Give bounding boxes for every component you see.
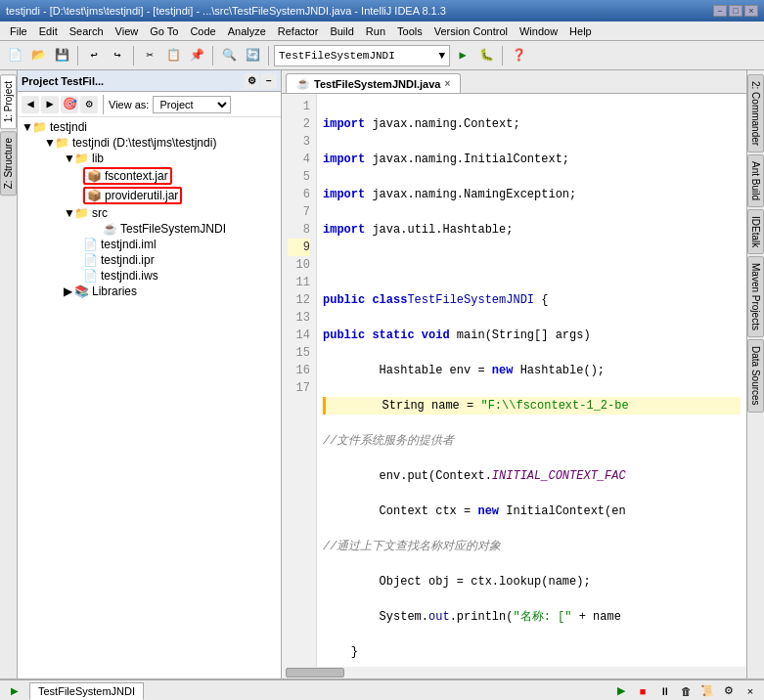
list-item[interactable]: 📄 testjndi.iml bbox=[18, 237, 281, 252]
list-item[interactable]: 📦 providerutil.jar bbox=[18, 186, 281, 205]
open-button[interactable]: 📂 bbox=[27, 45, 49, 66]
editor-tab-active[interactable]: ☕ TestFileSystemJNDI.java × bbox=[286, 73, 461, 93]
view-selector: View as: Project bbox=[109, 96, 231, 113]
menu-item-tools[interactable]: Tools bbox=[391, 24, 428, 38]
list-item[interactable]: ☕ TestFileSystemJNDI bbox=[18, 221, 281, 237]
list-item[interactable]: ▼ 📁 lib bbox=[18, 151, 281, 166]
menu-item-code[interactable]: Code bbox=[184, 24, 221, 38]
code-line: } bbox=[323, 643, 741, 661]
list-item[interactable]: ▼ 📁 testjndi bbox=[18, 119, 281, 135]
window-controls: − □ × bbox=[713, 5, 758, 17]
run-tab-active[interactable]: TestFileSystemJNDI bbox=[29, 682, 144, 700]
help-button[interactable]: ❓ bbox=[508, 45, 529, 66]
run-clear-button[interactable]: 🗑 bbox=[676, 682, 696, 700]
close-button[interactable]: × bbox=[744, 5, 758, 17]
code-line: public static void main(String[] args) bbox=[323, 327, 741, 344]
run-pause-button[interactable]: ⏸ bbox=[654, 682, 674, 700]
data-sources-tab[interactable]: Data Sources bbox=[747, 339, 764, 413]
tree-node-label: Libraries bbox=[92, 284, 137, 298]
commander-tab[interactable]: 2: Commander bbox=[747, 74, 764, 153]
run-close-button[interactable]: × bbox=[741, 682, 760, 700]
maximize-button[interactable]: □ bbox=[729, 5, 742, 17]
jar-highlight-box: 📦 fscontext.jar bbox=[83, 167, 172, 185]
new-button[interactable]: 📄 bbox=[4, 45, 25, 66]
maven-projects-tab[interactable]: Maven Projects bbox=[747, 256, 764, 337]
list-item[interactable]: ▼ 📁 src bbox=[18, 205, 281, 221]
view-combo[interactable]: Project bbox=[153, 96, 231, 113]
run-controls: ▶ ■ ⏸ 🗑 📜 ⚙ × bbox=[611, 682, 760, 700]
autoscroll-button[interactable]: 🎯 bbox=[61, 96, 78, 113]
menu-item-analyze[interactable]: Analyze bbox=[222, 24, 272, 38]
code-editor[interactable]: 1 2 3 4 5 6 7 8 9 10 11 12 13 14 15 16 1… bbox=[282, 94, 746, 667]
run-rerun-button[interactable]: ▶ bbox=[611, 682, 631, 700]
cut-button[interactable]: ✂ bbox=[139, 45, 160, 66]
code-line: import javax.naming.NamingException; bbox=[323, 186, 741, 203]
panel-minimize-button[interactable]: − bbox=[261, 73, 277, 89]
line-number: 3 bbox=[288, 133, 310, 151]
ant-build-tab[interactable]: Ant Build bbox=[747, 154, 764, 207]
list-item[interactable]: 📄 testjndi.iws bbox=[18, 268, 281, 284]
line-number: 7 bbox=[288, 203, 310, 221]
line-number-current: 9 bbox=[288, 239, 310, 256]
tree-expand-icon: ▼ bbox=[64, 152, 71, 165]
code-line: public class TestFileSystemJNDI { bbox=[323, 291, 741, 309]
bottom-area: ▶ TestFileSystemJNDI ▶ ■ ⏸ 🗑 📜 ⚙ × D:\jd… bbox=[0, 678, 764, 700]
jar-highlight-box-2: 📦 providerutil.jar bbox=[83, 187, 182, 204]
list-item[interactable]: 📄 testjndi.ipr bbox=[18, 252, 281, 268]
menu-item-help[interactable]: Help bbox=[563, 24, 598, 38]
menu-item-version-control[interactable]: Version Control bbox=[428, 24, 514, 38]
menu-item-edit[interactable]: Edit bbox=[33, 24, 64, 38]
run-settings-button[interactable]: ⚙ bbox=[719, 682, 739, 700]
menu-item-refactor[interactable]: Refactor bbox=[272, 24, 325, 38]
undo-button[interactable]: ↩ bbox=[83, 45, 105, 66]
line-number: 15 bbox=[288, 344, 310, 362]
menu-item-run[interactable]: Run bbox=[360, 24, 391, 38]
project-tab[interactable]: 1: Project bbox=[0, 74, 17, 129]
scrollbar-thumb[interactable] bbox=[286, 668, 344, 678]
menu-item-go-to[interactable]: Go To bbox=[144, 24, 184, 38]
collapse-all-button[interactable]: ◀ bbox=[22, 96, 39, 113]
view-as-label: View as: bbox=[109, 99, 149, 110]
run-scroll-button[interactable]: 📜 bbox=[697, 682, 717, 700]
line-number: 12 bbox=[288, 291, 310, 309]
tab-close-button[interactable]: × bbox=[444, 78, 450, 89]
run-config-combo[interactable]: TestFileSystemJNDI ▼ bbox=[274, 45, 450, 66]
menu-item-file[interactable]: File bbox=[4, 24, 33, 38]
code-line: Hashtable env = new Hashtable(); bbox=[323, 362, 741, 379]
project-tree: ▼ 📁 testjndi ▼ 📁 testjndi (D:\test\jms\t… bbox=[18, 117, 281, 678]
search-button[interactable]: 🔍 bbox=[218, 45, 240, 66]
main-toolbar: 📄 📂 💾 ↩ ↪ ✂ 📋 📌 🔍 🔄 TestFileSystemJNDI ▼… bbox=[0, 41, 764, 70]
idetalk-tab[interactable]: IDEtalk bbox=[747, 209, 764, 254]
file-icon: 📄 bbox=[83, 238, 98, 251]
run-button[interactable]: ▶ bbox=[452, 45, 473, 66]
run-stop-button[interactable]: ■ bbox=[633, 682, 652, 700]
structure-tab[interactable]: Z: Structure bbox=[0, 131, 17, 196]
code-text[interactable]: import javax.naming.Context; import java… bbox=[317, 94, 746, 667]
panel-settings-button[interactable]: ⚙ bbox=[244, 73, 259, 89]
menu-item-view[interactable]: View bbox=[110, 24, 145, 38]
java-file-icon: ☕ bbox=[296, 77, 310, 90]
save-button[interactable]: 💾 bbox=[51, 45, 72, 66]
debug-button[interactable]: 🐛 bbox=[475, 45, 497, 66]
minimize-button[interactable]: − bbox=[713, 5, 727, 17]
list-item[interactable]: 📦 fscontext.jar bbox=[18, 166, 281, 186]
list-item[interactable]: ▶ 📚 Libraries bbox=[18, 284, 281, 299]
menu-item-search[interactable]: Search bbox=[64, 24, 110, 38]
panel-toolbar-sep bbox=[103, 95, 104, 114]
menu-item-build[interactable]: Build bbox=[324, 24, 359, 38]
run-config-label: TestFileSystemJNDI bbox=[279, 50, 395, 62]
folder-icon: 📁 bbox=[74, 206, 89, 220]
editor-scrollbar-horizontal[interactable] bbox=[282, 667, 746, 678]
copy-button[interactable]: 📋 bbox=[162, 45, 184, 66]
menu-item-window[interactable]: Window bbox=[514, 24, 563, 38]
tree-expand-icon: ▼ bbox=[64, 206, 71, 220]
paste-button[interactable]: 📌 bbox=[186, 45, 207, 66]
left-tab-bar: 1: Project Z: Structure bbox=[0, 70, 18, 678]
project-panel: Project TestFil... ⚙ − ◀ ▶ 🎯 ⚙ View as: … bbox=[18, 70, 282, 678]
settings-button[interactable]: ⚙ bbox=[80, 96, 98, 113]
expand-all-button[interactable]: ▶ bbox=[41, 96, 59, 113]
list-item[interactable]: ▼ 📁 testjndi (D:\test\jms\testjndi) bbox=[18, 135, 281, 151]
redo-button[interactable]: ↪ bbox=[107, 45, 128, 66]
folder-icon: 📁 bbox=[74, 152, 89, 165]
replace-button[interactable]: 🔄 bbox=[242, 45, 263, 66]
